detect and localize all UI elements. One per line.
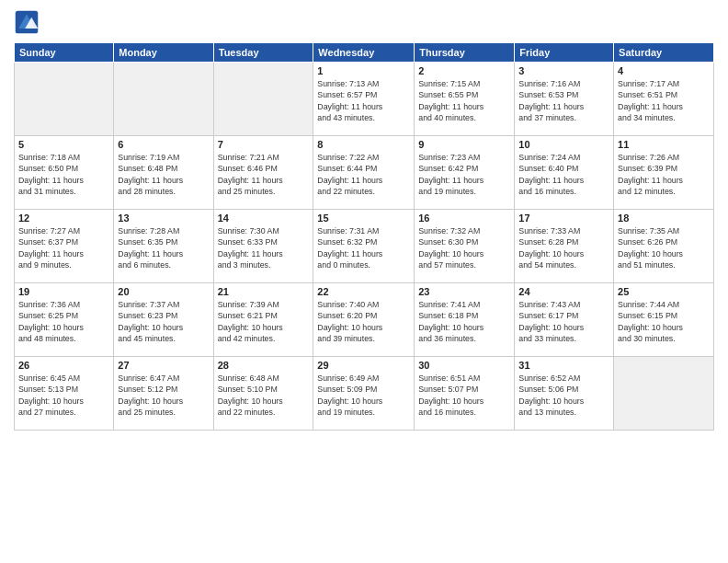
day-number: 5 [18, 139, 109, 150]
day-info: Sunrise: 7:18 AM Sunset: 6:50 PM Dayligh… [18, 152, 109, 197]
day-info: Sunrise: 7:13 AM Sunset: 6:57 PM Dayligh… [317, 78, 410, 123]
day-number: 1 [317, 65, 410, 76]
day-info: Sunrise: 7:26 AM Sunset: 6:39 PM Dayligh… [618, 152, 710, 197]
day-number: 8 [317, 139, 410, 150]
calendar-cell: 20Sunrise: 7:37 AM Sunset: 6:23 PM Dayli… [114, 283, 213, 357]
calendar-cell: 21Sunrise: 7:39 AM Sunset: 6:21 PM Dayli… [213, 283, 313, 357]
calendar-cell: 18Sunrise: 7:35 AM Sunset: 6:26 PM Dayli… [614, 210, 714, 283]
day-number: 9 [418, 139, 510, 150]
day-number: 25 [618, 286, 710, 297]
calendar-cell [114, 63, 213, 136]
weekday-header-sunday: Sunday [15, 43, 114, 63]
calendar-week-3: 12Sunrise: 7:27 AM Sunset: 6:37 PM Dayli… [15, 210, 714, 283]
calendar-cell: 15Sunrise: 7:31 AM Sunset: 6:32 PM Dayli… [313, 210, 415, 283]
calendar-cell: 6Sunrise: 7:19 AM Sunset: 6:48 PM Daylig… [114, 136, 213, 210]
calendar-cell: 30Sunrise: 6:51 AM Sunset: 5:07 PM Dayli… [415, 357, 515, 431]
calendar-week-4: 19Sunrise: 7:36 AM Sunset: 6:25 PM Dayli… [15, 283, 714, 357]
calendar-cell: 23Sunrise: 7:41 AM Sunset: 6:18 PM Dayli… [415, 283, 515, 357]
day-number: 13 [118, 213, 209, 224]
day-info: Sunrise: 7:40 AM Sunset: 6:20 PM Dayligh… [317, 299, 410, 344]
calendar-cell: 31Sunrise: 6:52 AM Sunset: 5:06 PM Dayli… [515, 357, 614, 431]
day-info: Sunrise: 7:27 AM Sunset: 6:37 PM Dayligh… [18, 225, 109, 270]
day-info: Sunrise: 6:52 AM Sunset: 5:06 PM Dayligh… [518, 373, 609, 418]
calendar-cell: 19Sunrise: 7:36 AM Sunset: 6:25 PM Dayli… [15, 283, 114, 357]
day-number: 2 [418, 65, 510, 76]
day-info: Sunrise: 7:41 AM Sunset: 6:18 PM Dayligh… [418, 299, 510, 344]
day-info: Sunrise: 6:48 AM Sunset: 5:10 PM Dayligh… [218, 373, 310, 418]
day-info: Sunrise: 7:43 AM Sunset: 6:17 PM Dayligh… [518, 299, 609, 344]
calendar-week-5: 26Sunrise: 6:45 AM Sunset: 5:13 PM Dayli… [15, 357, 714, 431]
calendar-cell [213, 63, 313, 136]
calendar-cell: 11Sunrise: 7:26 AM Sunset: 6:39 PM Dayli… [614, 136, 714, 210]
weekday-header-friday: Friday [515, 43, 614, 63]
calendar-table: SundayMondayTuesdayWednesdayThursdayFrid… [14, 42, 714, 431]
calendar-cell: 17Sunrise: 7:33 AM Sunset: 6:28 PM Dayli… [515, 210, 614, 283]
day-number: 6 [118, 139, 209, 150]
calendar-cell: 28Sunrise: 6:48 AM Sunset: 5:10 PM Dayli… [213, 357, 313, 431]
day-info: Sunrise: 7:28 AM Sunset: 6:35 PM Dayligh… [118, 225, 209, 270]
day-info: Sunrise: 7:31 AM Sunset: 6:32 PM Dayligh… [317, 225, 410, 270]
day-number: 15 [317, 213, 410, 224]
day-info: Sunrise: 6:45 AM Sunset: 5:13 PM Dayligh… [18, 373, 109, 418]
calendar-cell: 16Sunrise: 7:32 AM Sunset: 6:30 PM Dayli… [415, 210, 515, 283]
day-number: 12 [18, 213, 109, 224]
calendar-cell [15, 63, 114, 136]
day-number: 7 [218, 139, 310, 150]
calendar-week-2: 5Sunrise: 7:18 AM Sunset: 6:50 PM Daylig… [15, 136, 714, 210]
calendar-cell: 3Sunrise: 7:16 AM Sunset: 6:53 PM Daylig… [515, 63, 614, 136]
day-number: 19 [18, 286, 109, 297]
day-info: Sunrise: 7:35 AM Sunset: 6:26 PM Dayligh… [618, 225, 710, 270]
day-info: Sunrise: 7:17 AM Sunset: 6:51 PM Dayligh… [618, 78, 710, 123]
day-number: 22 [317, 286, 410, 297]
weekday-header-saturday: Saturday [614, 43, 714, 63]
day-number: 11 [618, 139, 710, 150]
calendar-cell: 7Sunrise: 7:21 AM Sunset: 6:46 PM Daylig… [213, 136, 313, 210]
day-info: Sunrise: 7:37 AM Sunset: 6:23 PM Dayligh… [118, 299, 209, 344]
day-info: Sunrise: 7:24 AM Sunset: 6:40 PM Dayligh… [518, 152, 609, 197]
day-info: Sunrise: 7:36 AM Sunset: 6:25 PM Dayligh… [18, 299, 109, 344]
calendar-cell: 24Sunrise: 7:43 AM Sunset: 6:17 PM Dayli… [515, 283, 614, 357]
day-info: Sunrise: 7:19 AM Sunset: 6:48 PM Dayligh… [118, 152, 209, 197]
day-number: 4 [618, 65, 710, 76]
day-info: Sunrise: 7:32 AM Sunset: 6:30 PM Dayligh… [418, 225, 510, 270]
day-number: 18 [618, 213, 710, 224]
day-number: 20 [118, 286, 209, 297]
day-number: 10 [518, 139, 609, 150]
day-info: Sunrise: 7:39 AM Sunset: 6:21 PM Dayligh… [218, 299, 310, 344]
calendar-cell [614, 357, 714, 431]
calendar-cell: 5Sunrise: 7:18 AM Sunset: 6:50 PM Daylig… [15, 136, 114, 210]
day-number: 27 [118, 360, 209, 371]
day-number: 14 [218, 213, 310, 224]
logo [14, 9, 43, 35]
day-number: 26 [18, 360, 109, 371]
calendar-cell: 10Sunrise: 7:24 AM Sunset: 6:40 PM Dayli… [515, 136, 614, 210]
calendar-cell: 8Sunrise: 7:22 AM Sunset: 6:44 PM Daylig… [313, 136, 415, 210]
day-number: 21 [218, 286, 310, 297]
day-info: Sunrise: 7:15 AM Sunset: 6:55 PM Dayligh… [418, 78, 510, 123]
weekday-header-thursday: Thursday [415, 43, 515, 63]
day-info: Sunrise: 7:33 AM Sunset: 6:28 PM Dayligh… [518, 225, 609, 270]
weekday-header-tuesday: Tuesday [213, 43, 313, 63]
day-info: Sunrise: 7:30 AM Sunset: 6:33 PM Dayligh… [218, 225, 310, 270]
calendar-cell: 9Sunrise: 7:23 AM Sunset: 6:42 PM Daylig… [415, 136, 515, 210]
day-info: Sunrise: 6:49 AM Sunset: 5:09 PM Dayligh… [317, 373, 410, 418]
weekday-header-monday: Monday [114, 43, 213, 63]
day-number: 31 [518, 360, 609, 371]
day-number: 29 [317, 360, 410, 371]
calendar-week-1: 1Sunrise: 7:13 AM Sunset: 6:57 PM Daylig… [15, 63, 714, 136]
day-info: Sunrise: 7:21 AM Sunset: 6:46 PM Dayligh… [218, 152, 310, 197]
calendar-cell: 22Sunrise: 7:40 AM Sunset: 6:20 PM Dayli… [313, 283, 415, 357]
day-number: 30 [418, 360, 510, 371]
calendar-cell: 2Sunrise: 7:15 AM Sunset: 6:55 PM Daylig… [415, 63, 515, 136]
calendar-cell: 12Sunrise: 7:27 AM Sunset: 6:37 PM Dayli… [15, 210, 114, 283]
day-info: Sunrise: 7:16 AM Sunset: 6:53 PM Dayligh… [518, 78, 609, 123]
calendar-cell: 14Sunrise: 7:30 AM Sunset: 6:33 PM Dayli… [213, 210, 313, 283]
page: SundayMondayTuesdayWednesdayThursdayFrid… [0, 0, 728, 563]
day-info: Sunrise: 7:44 AM Sunset: 6:15 PM Dayligh… [618, 299, 710, 344]
calendar-cell: 27Sunrise: 6:47 AM Sunset: 5:12 PM Dayli… [114, 357, 213, 431]
day-number: 16 [418, 213, 510, 224]
day-info: Sunrise: 6:51 AM Sunset: 5:07 PM Dayligh… [418, 373, 510, 418]
calendar-cell: 29Sunrise: 6:49 AM Sunset: 5:09 PM Dayli… [313, 357, 415, 431]
day-info: Sunrise: 6:47 AM Sunset: 5:12 PM Dayligh… [118, 373, 209, 418]
calendar-cell: 26Sunrise: 6:45 AM Sunset: 5:13 PM Dayli… [15, 357, 114, 431]
